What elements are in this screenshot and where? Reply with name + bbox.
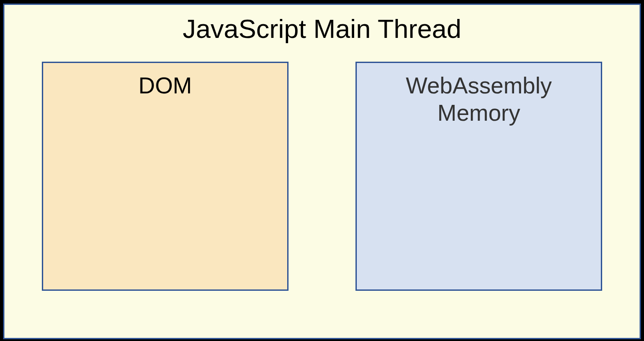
boxes-row: DOM WebAssembly Memory xyxy=(31,62,613,291)
wasm-memory-box: WebAssembly Memory xyxy=(355,62,602,291)
wasm-label-line2: Memory xyxy=(357,99,601,126)
dom-box: DOM xyxy=(42,62,289,291)
main-title: JavaScript Main Thread xyxy=(31,14,613,44)
dom-label: DOM xyxy=(43,72,287,99)
main-thread-container: JavaScript Main Thread DOM WebAssembly M… xyxy=(3,4,641,339)
wasm-label-line1: WebAssembly xyxy=(357,72,601,99)
